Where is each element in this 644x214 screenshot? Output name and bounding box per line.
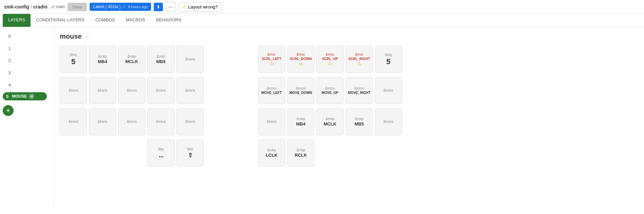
check-icon: ✓ [123, 4, 126, 9]
brand: zmk-config / cradio [4, 4, 48, 9]
warning-icon: ⚠ [182, 4, 186, 9]
key-r2-1[interactable]: &mkp MB4 [287, 108, 314, 135]
key-l2-1[interactable]: &trans [89, 108, 116, 135]
key-r2-4[interactable]: &trans [375, 108, 402, 135]
key-r0-3[interactable]: &msc SCRL_RIGHT ⚠ [346, 46, 373, 73]
latest-label: Latest ( 451fa ) [93, 4, 121, 9]
key-l0-2[interactable]: &mkp MCLK [118, 46, 145, 73]
branch-info: ⎇ main [50, 4, 65, 9]
layer-3[interactable]: 3 [3, 67, 16, 78]
left-row-1: &trans &trans &trans &trans &trans [60, 77, 204, 104]
key-r0-0[interactable]: &msc SCRL_LEFT ⚠ [258, 46, 285, 73]
time-ago: 8 hours ago [128, 5, 148, 9]
right-thumb-row: &mkp LCLK &mkp RCLK [258, 139, 402, 167]
layer-2[interactable]: 2 [3, 55, 16, 66]
branch-name: main [56, 4, 65, 9]
layer-5-name: MOUSE [12, 94, 27, 99]
nav-tabs: LAYERS CONDITIONAL LAYERS COMBOS MACROS … [0, 14, 644, 27]
key-r2-2[interactable]: &mkp MCLK [316, 108, 344, 135]
tab-combos[interactable]: COMBOS [90, 14, 121, 27]
latest-button[interactable]: Latest ( 451fa ) ✓ 8 hours ago [90, 3, 151, 11]
repo-name: cradio [33, 4, 48, 9]
key-l0-1[interactable]: &mkp MB4 [89, 46, 116, 73]
tab-behaviors[interactable]: BEHAVIORS [151, 14, 187, 27]
key-l1-4[interactable]: &trans [177, 77, 204, 104]
layer-4[interactable]: 4 [3, 79, 16, 90]
save-button[interactable]: Save [68, 3, 87, 11]
main-layout: 0 1 2 3 4 5 MOUSE ✕ + mouse ··· &tog [0, 27, 644, 207]
right-row-2: &trans &mkp MB4 &mkp MCLK &mkp MB5 &tran… [258, 108, 402, 135]
tab-macros[interactable]: MACROS [120, 14, 150, 27]
key-l2-0[interactable]: &trans [60, 108, 87, 135]
keyboard-split: &tog 5 &mkp MB4 &mkp MCLK &mkp MB5 [60, 46, 639, 169]
key-r1-4[interactable]: &trans [375, 77, 402, 104]
layout-wrong-label: Layout wrong? [188, 4, 218, 9]
center-spacer [217, 46, 244, 169]
key-l2-3[interactable]: &trans [147, 108, 174, 135]
key-r1-1[interactable]: &mmv MOVE_DOWN [287, 77, 314, 104]
key-l1-0[interactable]: &trans [60, 77, 87, 104]
key-l2-4[interactable]: &trans [177, 108, 204, 135]
layer-1[interactable]: 1 [3, 43, 16, 54]
more-button[interactable]: ··· [166, 2, 176, 12]
left-row-2: &trans &trans &trans &trans &trans [60, 108, 204, 135]
key-r0-2[interactable]: &msc SCRL_UP ⚠ [316, 46, 344, 73]
layer-5-close[interactable]: ✕ [29, 94, 34, 99]
header: zmk-config / cradio ⎇ main Save Latest (… [0, 0, 644, 14]
key-r2-3[interactable]: &mkp MB5 [346, 108, 373, 135]
right-half: &msc SCRL_LEFT ⚠ &msc SCRL_DOWN ⚠ &msc S… [258, 46, 402, 169]
key-l0-3[interactable]: &mkp MB5 [147, 46, 174, 73]
left-half: &tog 5 &mkp MB4 &mkp MCLK &mkp MB5 [60, 46, 204, 169]
project-name: zmk-config [4, 4, 29, 9]
key-thumb-r1[interactable]: &mkp RCLK [287, 139, 314, 167]
key-r1-3[interactable]: &mmv MOVE_RIGHT [346, 77, 373, 104]
layout-wrong-button[interactable]: ⚠ Layout wrong? [179, 2, 221, 12]
left-thumb-row: &kp ⎵ &kp ⇧ [60, 139, 204, 167]
tab-conditional-layers[interactable]: CONDITIONAL LAYERS [31, 14, 90, 27]
key-l0-0[interactable]: &tog 5 [60, 46, 87, 73]
add-layer-button[interactable]: + [3, 105, 14, 116]
left-row-0: &tog 5 &mkp MB4 &mkp MCLK &mkp MB5 [60, 46, 204, 73]
download-icon: ⬇ [157, 4, 160, 9]
key-thumb-l1[interactable]: &kp ⇧ [177, 139, 204, 167]
key-thumb-r0[interactable]: &mkp LCLK [258, 139, 285, 167]
key-l0-4[interactable]: &trans [177, 46, 204, 73]
key-thumb-l0[interactable]: &kp ⎵ [147, 139, 174, 167]
tab-layers[interactable]: LAYERS [3, 14, 31, 27]
keyboard-menu-dots[interactable]: ··· [84, 34, 89, 40]
keyboard-title: mouse ··· [60, 33, 639, 40]
layer-sidebar: 0 1 2 3 4 5 MOUSE ✕ + [0, 27, 54, 207]
branch-icon: ⎇ [50, 5, 55, 9]
keyboard-area: mouse ··· &tog 5 &mkp MB4 &mkp [54, 27, 644, 207]
download-button[interactable]: ⬇ [154, 3, 163, 11]
keyboard-name: mouse [60, 33, 81, 40]
layer-5-num: 5 [6, 94, 8, 99]
key-l1-1[interactable]: &trans [89, 77, 116, 104]
layer-0[interactable]: 0 [3, 31, 16, 41]
key-l2-2[interactable]: &trans [118, 108, 145, 135]
right-row-1: &mmv MOVE_LEFT &mmv MOVE_DOWN &mmv MOVE_… [258, 77, 402, 104]
key-l1-3[interactable]: &trans [147, 77, 174, 104]
key-l1-2[interactable]: &trans [118, 77, 145, 104]
key-r1-0[interactable]: &mmv MOVE_LEFT [258, 77, 285, 104]
key-r0-4[interactable]: &tog 5 [375, 46, 402, 73]
separator: / [31, 4, 32, 9]
layer-5-mouse[interactable]: 5 MOUSE ✕ [3, 92, 47, 100]
key-r2-0[interactable]: &trans [258, 108, 285, 135]
key-r0-1[interactable]: &msc SCRL_DOWN ⚠ [287, 46, 314, 73]
right-row-0: &msc SCRL_LEFT ⚠ &msc SCRL_DOWN ⚠ &msc S… [258, 46, 402, 73]
key-r1-2[interactable]: &mmv MOVE_UP [316, 77, 344, 104]
